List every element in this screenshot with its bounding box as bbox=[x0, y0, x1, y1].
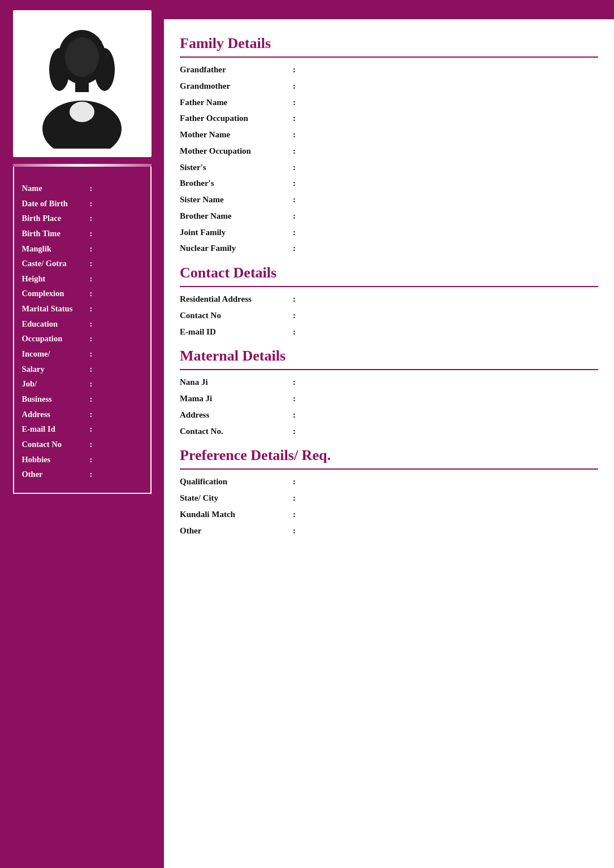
right-field-row: Mother Name: bbox=[180, 127, 598, 143]
svg-point-6 bbox=[70, 102, 94, 122]
right-field-label: Other bbox=[180, 523, 293, 539]
personal-field-row: Caste/ Gotra: bbox=[22, 257, 142, 271]
personal-field-row: Other: bbox=[22, 467, 142, 481]
right-field-label: Contact No bbox=[180, 308, 293, 324]
field-label: Education bbox=[22, 317, 90, 331]
section-title: Maternal Details bbox=[180, 348, 598, 364]
left-column: Name:Date of Birth:Birth Place:Birth Tim… bbox=[0, 0, 164, 868]
field-label: Contact No bbox=[22, 437, 90, 452]
section-block: Preference Details/ Req.Qualification:St… bbox=[180, 447, 598, 539]
personal-field-row: Height: bbox=[22, 272, 142, 286]
field-colon: : bbox=[90, 181, 93, 196]
right-field-colon: : bbox=[293, 144, 296, 159]
field-label: Income/ bbox=[22, 347, 90, 361]
section-divider bbox=[180, 286, 598, 287]
field-colon: : bbox=[90, 332, 93, 346]
svg-point-7 bbox=[65, 37, 99, 77]
field-label: Complexion bbox=[22, 287, 90, 301]
section-divider bbox=[180, 57, 598, 58]
personal-field-row: Name: bbox=[22, 181, 142, 196]
right-field-row: Sister's: bbox=[180, 160, 598, 176]
field-colon: : bbox=[90, 347, 93, 361]
personal-field-row: Complexion: bbox=[22, 287, 142, 301]
profile-silhouette bbox=[25, 19, 139, 149]
right-field-row: Father Occupation: bbox=[180, 111, 598, 127]
personal-field-row: Contact No: bbox=[22, 437, 142, 452]
right-field-row: Joint Family: bbox=[180, 225, 598, 241]
right-field-row: Grandmother: bbox=[180, 79, 598, 94]
right-field-colon: : bbox=[293, 192, 296, 208]
section-block: Family DetailsGrandfather:Grandmother:Fa… bbox=[180, 35, 598, 257]
right-field-colon: : bbox=[293, 491, 296, 506]
field-colon: : bbox=[90, 407, 93, 422]
field-colon: : bbox=[90, 197, 93, 211]
right-field-colon: : bbox=[293, 160, 296, 176]
right-field-row: E-mail ID: bbox=[180, 324, 598, 340]
field-label: Marital Status bbox=[22, 302, 90, 316]
right-field-row: Grandfather: bbox=[180, 62, 598, 78]
field-label: Height bbox=[22, 272, 90, 286]
svg-rect-4 bbox=[75, 80, 89, 92]
personal-details-title bbox=[22, 172, 142, 176]
right-field-colon: : bbox=[293, 241, 296, 257]
personal-field-row: Birth Time: bbox=[22, 227, 142, 241]
right-field-label: Joint Family bbox=[180, 225, 293, 241]
field-label: Manglik bbox=[22, 242, 90, 256]
field-label: Other bbox=[22, 467, 90, 481]
field-colon: : bbox=[90, 272, 93, 286]
right-field-colon: : bbox=[293, 225, 296, 241]
right-field-colon: : bbox=[293, 111, 296, 127]
right-field-label: Sister's bbox=[180, 160, 293, 176]
field-colon: : bbox=[90, 453, 93, 467]
field-colon: : bbox=[90, 377, 93, 391]
right-field-row: Brother's: bbox=[180, 176, 598, 192]
personal-field-row: Date of Birth: bbox=[22, 197, 142, 211]
right-field-row: Kundali Match: bbox=[180, 507, 598, 523]
section-title: Family Details bbox=[180, 35, 598, 52]
field-colon: : bbox=[90, 287, 93, 301]
field-label: Hobbies bbox=[22, 453, 90, 467]
field-label: Caste/ Gotra bbox=[22, 257, 90, 271]
right-field-colon: : bbox=[293, 308, 296, 324]
personal-field-row: Occupation: bbox=[22, 332, 142, 346]
field-label: Birth Time bbox=[22, 227, 90, 241]
personal-field-row: Education: bbox=[22, 317, 142, 331]
right-field-row: Sister Name: bbox=[180, 192, 598, 208]
field-label: Date of Birth bbox=[22, 197, 90, 211]
right-field-label: Nuclear Family bbox=[180, 241, 293, 257]
right-field-label: Mother Name bbox=[180, 127, 293, 143]
personal-field-row: Address: bbox=[22, 407, 142, 422]
right-field-colon: : bbox=[293, 95, 296, 111]
field-colon: : bbox=[90, 467, 93, 481]
personal-field-row: Job/: bbox=[22, 377, 142, 391]
section-title: Preference Details/ Req. bbox=[180, 447, 598, 464]
right-field-label: E-mail ID bbox=[180, 324, 293, 340]
right-field-label: Sister Name bbox=[180, 192, 293, 208]
right-field-row: Nuclear Family: bbox=[180, 241, 598, 257]
right-column: Family DetailsGrandfather:Grandmother:Fa… bbox=[164, 0, 614, 868]
right-field-label: Contact No. bbox=[180, 424, 293, 440]
right-field-label: Nana Ji bbox=[180, 375, 293, 390]
right-field-colon: : bbox=[293, 391, 296, 407]
right-field-colon: : bbox=[293, 209, 296, 224]
field-colon: : bbox=[90, 257, 93, 271]
personal-field-row: E-mail Id: bbox=[22, 422, 142, 436]
field-colon: : bbox=[90, 211, 93, 225]
field-label: Address bbox=[22, 407, 90, 422]
section-divider bbox=[180, 468, 598, 470]
field-label: E-mail Id bbox=[22, 422, 90, 436]
header-bar bbox=[164, 0, 614, 19]
right-field-colon: : bbox=[293, 127, 296, 143]
personal-fields-list: Name:Date of Birth:Birth Place:Birth Tim… bbox=[22, 181, 142, 481]
right-field-label: Father Occupation bbox=[180, 111, 293, 127]
field-colon: : bbox=[90, 227, 93, 241]
right-field-label: Grandmother bbox=[180, 79, 293, 94]
right-field-colon: : bbox=[293, 375, 296, 390]
field-label: Salary bbox=[22, 362, 90, 376]
field-label: Birth Place bbox=[22, 211, 90, 225]
right-field-colon: : bbox=[293, 324, 296, 340]
field-colon: : bbox=[90, 392, 93, 406]
right-field-colon: : bbox=[293, 407, 296, 423]
personal-field-row: Salary: bbox=[22, 362, 142, 376]
personal-field-row: Birth Place: bbox=[22, 211, 142, 225]
